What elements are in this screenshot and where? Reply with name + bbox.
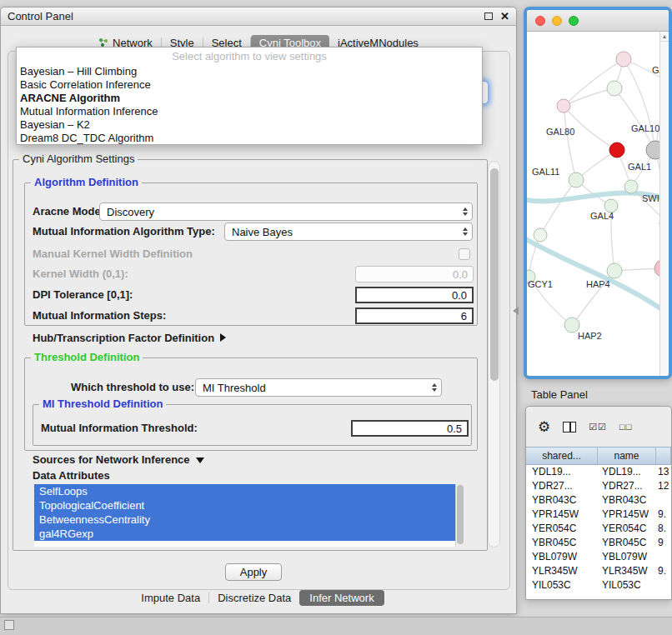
table-row[interactable]: YDR27...YDR27...12 [526,479,671,493]
algorithm-definition-title: Algorithm Definition [31,177,142,188]
table-cell: YLR345W [598,564,656,578]
node-label: GCY1 [528,279,553,289]
table-row[interactable]: YLR345WYLR345W9. [526,564,671,578]
aracne-mode-select[interactable]: Discovery [99,202,473,221]
algorithm-popup-list: Bayesian – Hill ClimbingBasic Correlatio… [17,65,482,145]
columns-icon[interactable] [563,422,576,432]
network-node[interactable] [609,142,624,158]
table-row[interactable]: YBR045CYBR045C9 [526,536,671,550]
table-body: YDL19...YDL19...13YDR27...YDR27...12YBR0… [526,465,671,600]
table-row[interactable]: YBL079WYBL079W [526,550,671,564]
table-cell: YIL053C [598,578,656,592]
table-row[interactable]: YIL053CYIL053C [526,578,671,592]
algorithm-option[interactable]: Basic Correlation Inference [17,78,482,92]
mi-algorithm-type-select[interactable]: Naive Bayes [224,222,473,241]
sources-section-toggle[interactable]: Sources for Network Inference [33,452,204,468]
kernel-width-field: 0.0 [355,266,474,282]
threshold-definition-title: Threshold Definition [31,352,143,363]
network-view-window: GAL80GAL10GAL11GAL1SWI4GAL4GCY1HAP4HAP2G… [524,7,672,379]
table-cell: YBR043C [598,493,656,508]
sources-section-label: Sources for Network Inference [33,453,190,466]
dpi-tolerance-label: DPI Tolerance [0,1]: [33,286,133,304]
combo-arrows-icon [432,383,437,392]
network-node[interactable] [607,263,622,278]
close-icon[interactable]: ✕ [500,11,509,22]
aracne-mode-label: Aracne Mode: [33,202,104,221]
hub-section-toggle[interactable]: Hub/Transcription Factor Definition [33,329,226,348]
table-row[interactable]: YBR043CYBR043C [526,493,671,508]
dpi-tolerance-field[interactable]: 0.0 [355,287,474,303]
table-row[interactable]: YDL19...YDL19...13 [526,465,671,479]
settings-scrollbar[interactable] [488,161,500,548]
algorithm-option[interactable]: ARACNE Algorithm [17,92,482,105]
kernel-width-label: Kernel Width (0,1): [33,265,128,283]
network-edge [624,59,655,150]
table-cell [656,578,671,592]
mi-algorithm-type-label: Mutual Information Algorithm Type: [33,222,215,241]
minimize-traffic-light[interactable] [552,16,562,26]
algorithm-popup-placeholder: Select algorithm to view settings [17,48,482,65]
zoom-traffic-light[interactable] [569,16,579,26]
node-label: HAP4 [586,279,610,289]
network-scrollbar[interactable]: ▲ [659,32,669,376]
algorithm-option[interactable]: Mutual Information Inference [17,105,482,118]
mi-steps-field[interactable]: 6 [355,308,474,324]
table-cell: YDL19... [526,465,598,479]
column-header-extra[interactable] [656,448,671,464]
column-header-shared[interactable]: shared... [526,448,598,464]
which-threshold-label: Which threshold to use: [71,378,194,397]
table-cell: YBR043C [526,493,598,508]
network-canvas[interactable]: GAL80GAL10GAL11GAL1SWI4GAL4GCY1HAP4HAP2G… [527,32,669,376]
network-node[interactable] [607,81,622,96]
tab-label: Infer Network [309,592,374,604]
combo-arrows-icon [463,208,468,216]
network-node[interactable] [557,99,570,112]
attribute-item[interactable]: BetweennessCentrality [34,512,455,527]
settings-scrollbar-thumb[interactable] [490,168,499,381]
combo-arrows-icon [463,228,468,236]
aracne-mode-value: Discovery [107,206,154,218]
restore-panel-icon[interactable] [4,620,14,630]
network-edge [564,88,614,106]
table-cell: 8. [656,522,671,536]
checked-boxes-icon[interactable]: ☑☑ [589,422,607,432]
table-panel-title: Table Panel [531,388,588,401]
scroll-up-arrow-icon[interactable]: ▲ [660,32,669,42]
unchecked-boxes-icon[interactable]: □□ [619,422,632,432]
algorithm-option[interactable]: Dream8 DC_TDC Algorithm [17,132,482,145]
attributes-scrollbar-thumb[interactable] [457,485,464,544]
data-attributes-listbox: SelfLoopsTopologicalCoefficientBetweenne… [34,484,464,547]
control-panel-titlebar: Control Panel ✕ [1,8,516,26]
which-threshold-select[interactable]: MI Threshold [195,378,442,397]
attribute-item[interactable]: TopologicalCoefficient [34,498,455,512]
table-row[interactable]: YPR145WYPR145W9. [526,508,671,522]
float-window-icon[interactable] [484,12,493,20]
table-cell: YER054C [526,522,598,536]
attribute-item[interactable]: SelfLoops [34,484,455,498]
table-cell: 12 [656,479,671,493]
attribute-item[interactable]: gal4RGexp [34,527,455,541]
algorithm-option[interactable]: Bayesian – K2 [17,118,482,132]
column-header-name[interactable]: name [598,448,656,464]
attributes-scrollbar[interactable] [455,484,464,547]
window-title: Control Panel [8,10,73,22]
tab-infer-network[interactable]: Infer Network [299,590,384,606]
tab-discretize-data[interactable]: Discretize Data [209,590,299,606]
apply-button[interactable]: Apply [225,563,282,581]
table-cell: YDL19... [598,465,656,479]
tab-impute-data[interactable]: Impute Data [133,590,208,606]
data-attributes-list: SelfLoopsTopologicalCoefficientBetweenne… [34,484,464,541]
network-node[interactable] [624,180,638,193]
algorithm-option[interactable]: Bayesian – Hill Climbing [17,65,482,78]
table-header: shared... name [526,447,671,465]
table-row[interactable]: YER054CYER054C8. [526,522,671,536]
mi-threshold-field[interactable]: 0.5 [351,420,469,437]
network-node[interactable] [534,228,547,242]
pane-collapse-arrow[interactable] [513,307,519,315]
gear-icon[interactable]: ⚙ [538,420,550,434]
network-node[interactable] [569,172,584,188]
table-cell: YLR345W [526,564,598,578]
table-cell: YDR27... [526,479,598,493]
network-node[interactable] [616,52,631,67]
close-traffic-light[interactable] [535,16,545,26]
